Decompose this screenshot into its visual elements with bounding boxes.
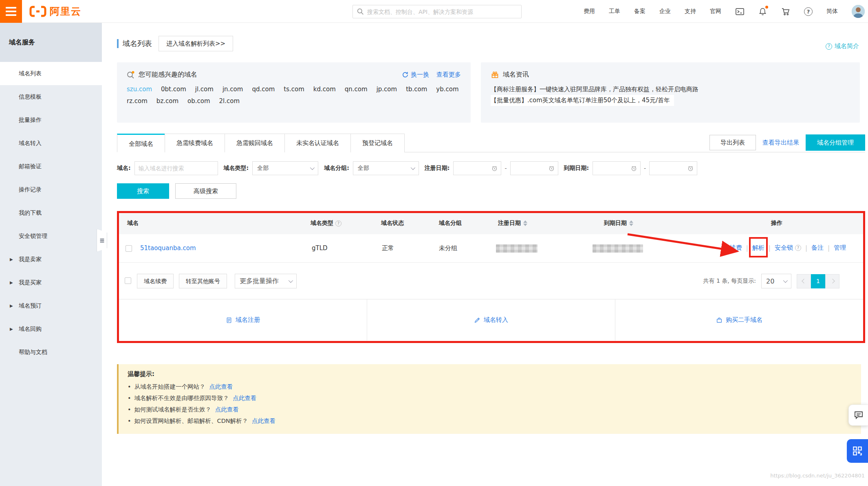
terminal-icon[interactable] bbox=[735, 7, 745, 16]
view-more-link[interactable]: 查看更多 bbox=[436, 71, 461, 79]
help-icon[interactable] bbox=[335, 220, 341, 227]
remark-action[interactable]: 备注 bbox=[811, 244, 824, 252]
batch-renew-button[interactable]: 域名续费 bbox=[137, 274, 174, 288]
sidebar-item-domain-list[interactable]: 域名列表 bbox=[0, 62, 102, 85]
suggested-domain[interactable]: ob.com bbox=[187, 97, 210, 105]
renew-action[interactable]: 续费 bbox=[730, 244, 742, 252]
transfer-in-domain-link[interactable]: 域名转入 bbox=[474, 316, 508, 324]
current-page[interactable]: 1 bbox=[811, 274, 825, 288]
sidebar-item-operation-log[interactable]: 操作记录 bbox=[0, 178, 102, 201]
suggested-domain[interactable]: 0bt.com bbox=[161, 86, 186, 93]
suggested-domain[interactable]: qn.com bbox=[345, 86, 368, 93]
more-batch-select[interactable]: 更多批量操作 bbox=[235, 274, 297, 288]
sidebar-item-label: 域名回购 bbox=[19, 325, 42, 332]
group-filter-select[interactable]: 全部 bbox=[353, 161, 419, 175]
suggested-domain[interactable]: tb.com bbox=[406, 86, 427, 93]
prev-page-button[interactable] bbox=[797, 274, 811, 288]
tab-preregister[interactable]: 预登记域名 bbox=[350, 134, 405, 152]
avatar[interactable] bbox=[852, 5, 865, 18]
qr-app-button[interactable] bbox=[847, 439, 868, 463]
reg-date-end-input[interactable] bbox=[510, 161, 558, 175]
advanced-search-button[interactable]: 高级搜索 bbox=[175, 183, 236, 199]
sidebar-item-seller[interactable]: ▶我是卖家 bbox=[0, 248, 102, 271]
buy-secondhand-domain-link[interactable]: 购买二手域名 bbox=[716, 316, 762, 324]
suggested-domain[interactable]: jn.com bbox=[223, 86, 243, 93]
domain-group-value: 未分组 bbox=[439, 244, 457, 252]
domain-group-manage-button[interactable]: 域名分组管理 bbox=[806, 134, 865, 151]
select-all-checkbox[interactable] bbox=[125, 277, 131, 284]
tip-view-link[interactable]: 点此查看 bbox=[209, 383, 233, 390]
language-switch[interactable]: 简体 bbox=[826, 8, 838, 15]
domain-intro-link[interactable]: 域名简介 bbox=[826, 42, 859, 50]
enter-dns-list-button[interactable]: 进入域名解析列表>> bbox=[159, 36, 233, 51]
quick-link-label: 域名转入 bbox=[484, 316, 508, 324]
nav-website[interactable]: 官网 bbox=[710, 8, 721, 15]
feedback-chat-button[interactable] bbox=[848, 405, 868, 426]
next-page-button[interactable] bbox=[825, 274, 839, 288]
refresh-domains-link[interactable]: 换一换 bbox=[402, 71, 429, 79]
register-domain-link[interactable]: 域名注册 bbox=[226, 316, 260, 324]
dns-resolve-action[interactable]: 解析 bbox=[752, 244, 764, 252]
aliyun-logo[interactable]: 阿里云 bbox=[29, 0, 82, 23]
nav-icp[interactable]: 备案 bbox=[634, 8, 645, 15]
suggested-domain[interactable]: qd.com bbox=[252, 86, 275, 93]
suggested-domain[interactable]: szu.com bbox=[127, 86, 152, 93]
sidebar-item-security-lock[interactable]: 安全锁管理 bbox=[0, 224, 102, 248]
reg-date-start-input[interactable] bbox=[453, 161, 501, 175]
type-filter-select[interactable]: 全部 bbox=[252, 161, 318, 175]
nav-support[interactable]: 支持 bbox=[685, 8, 696, 15]
sidebar-item-email-verification[interactable]: 邮箱验证 bbox=[0, 155, 102, 178]
tab-all-domains[interactable]: 全部域名 bbox=[117, 134, 165, 152]
batch-transfer-button[interactable]: 转至其他账号 bbox=[179, 274, 227, 288]
suggested-domain[interactable]: rz.com bbox=[127, 97, 148, 105]
page-size-select[interactable]: 20 bbox=[761, 274, 791, 288]
suggested-domain[interactable]: jl.com bbox=[195, 86, 214, 93]
tip-view-link[interactable]: 点此查看 bbox=[252, 418, 275, 424]
tab-need-renew[interactable]: 急需续费域名 bbox=[165, 134, 225, 152]
sort-icon[interactable] bbox=[523, 220, 527, 226]
search-button[interactable]: 搜索 bbox=[117, 183, 169, 199]
sidebar-item-my-downloads[interactable]: 我的下载 bbox=[0, 201, 102, 224]
sidebar-item-help-docs[interactable]: 帮助与文档 bbox=[0, 341, 102, 364]
news-item[interactable]: 【批量优惠】.com英文域名单笔订单注册50个及以上，45元/首年 bbox=[491, 95, 674, 106]
suggested-domain[interactable]: yb.com bbox=[436, 86, 458, 93]
sidebar-item-domain-buyback[interactable]: ▶域名回购 bbox=[0, 317, 102, 341]
sidebar-item-domain-preorder[interactable]: ▶域名预订 bbox=[0, 294, 102, 317]
title-accent-bar bbox=[117, 39, 119, 48]
sidebar-item-domain-transfer-in[interactable]: 域名转入 bbox=[0, 132, 102, 155]
global-search[interactable] bbox=[352, 5, 522, 18]
global-search-input[interactable] bbox=[367, 9, 517, 15]
cart-icon[interactable] bbox=[781, 7, 790, 16]
sidebar-collapse-toggle[interactable] bbox=[97, 229, 107, 252]
export-list-button[interactable]: 导出列表 bbox=[709, 135, 756, 150]
exp-date-end-input[interactable] bbox=[649, 161, 697, 175]
suggested-domain[interactable]: bz.com bbox=[156, 97, 178, 105]
tab-need-redeem[interactable]: 急需赎回域名 bbox=[225, 134, 284, 152]
help-icon[interactable] bbox=[804, 7, 813, 16]
suggested-domain[interactable]: kd.com bbox=[313, 86, 336, 93]
tab-not-verified[interactable]: 未实名认证域名 bbox=[284, 134, 350, 152]
document-icon bbox=[226, 317, 232, 323]
nav-billing[interactable]: 费用 bbox=[584, 8, 595, 15]
suggested-domain[interactable]: jp.com bbox=[377, 86, 397, 93]
exp-date-start-input[interactable] bbox=[593, 161, 641, 175]
hamburger-menu-icon[interactable] bbox=[0, 0, 22, 23]
domain-name-link[interactable]: 51taoquanba.com bbox=[140, 244, 196, 252]
notification-bell-icon[interactable] bbox=[758, 7, 767, 16]
sidebar-item-buyer[interactable]: ▶我是买家 bbox=[0, 271, 102, 294]
sort-icon[interactable] bbox=[629, 220, 633, 226]
domain-filter-input[interactable] bbox=[134, 161, 218, 175]
tip-view-link[interactable]: 点此查看 bbox=[233, 395, 257, 401]
tip-view-link[interactable]: 点此查看 bbox=[215, 406, 239, 413]
nav-ticket[interactable]: 工单 bbox=[609, 8, 620, 15]
suggested-domain[interactable]: ts.com bbox=[284, 86, 304, 93]
nav-enterprise[interactable]: 企业 bbox=[659, 8, 671, 15]
view-export-result-link[interactable]: 查看导出结果 bbox=[762, 139, 799, 147]
sidebar-item-batch-operation[interactable]: 批量操作 bbox=[0, 108, 102, 132]
row-checkbox[interactable] bbox=[126, 245, 132, 252]
sidebar-item-info-template[interactable]: 信息模板 bbox=[0, 85, 102, 108]
manage-action[interactable]: 管理 bbox=[834, 244, 846, 252]
security-lock-action[interactable]: 安全锁 bbox=[775, 244, 801, 252]
suggested-domain[interactable]: 2l.com bbox=[219, 97, 240, 105]
news-item[interactable]: 【商标注册服务】一键快速入驻阿里品牌库，产品独有权益，轻松开启电商路 bbox=[491, 84, 850, 95]
